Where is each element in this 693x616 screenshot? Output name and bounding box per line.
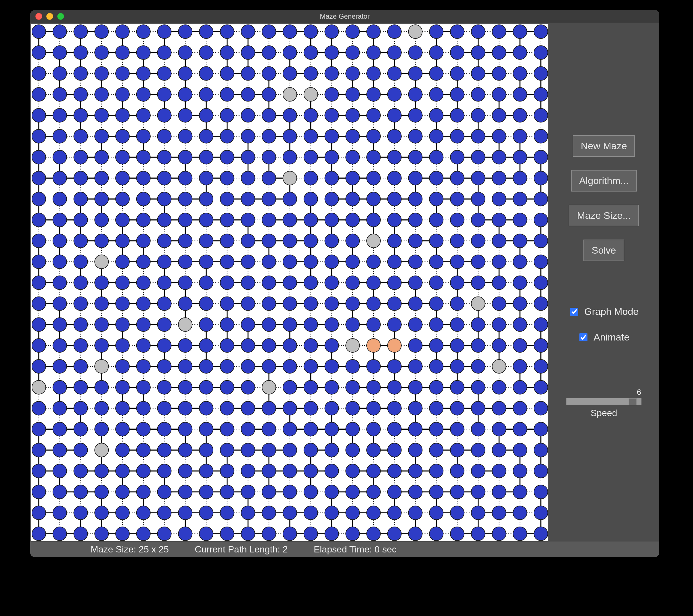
svg-point-1379	[116, 171, 130, 185]
svg-point-1793	[408, 506, 422, 520]
svg-point-1303	[95, 108, 108, 122]
svg-point-1738	[304, 464, 318, 478]
svg-point-1288	[304, 87, 318, 101]
svg-point-1563	[304, 317, 318, 331]
svg-point-1812	[283, 527, 297, 541]
svg-point-1377	[74, 171, 87, 185]
svg-point-1240	[345, 46, 359, 60]
graph-mode-checkbox[interactable]	[570, 308, 578, 316]
speed-value: 6	[637, 388, 641, 397]
svg-point-1257	[178, 66, 192, 80]
svg-point-1429	[116, 213, 130, 227]
algorithm-button[interactable]: Algorithm...	[571, 170, 637, 192]
svg-point-1570	[450, 317, 464, 331]
svg-point-1394	[429, 171, 443, 185]
solve-button[interactable]: Solve	[583, 240, 624, 261]
maze-size-button[interactable]: Maze Size...	[569, 205, 639, 226]
svg-point-1262	[283, 66, 297, 80]
svg-point-1703	[95, 443, 108, 457]
svg-point-1272	[492, 66, 506, 80]
svg-point-1404	[116, 192, 130, 206]
svg-point-1427	[74, 213, 87, 227]
svg-point-1558	[199, 317, 213, 331]
svg-point-1671	[471, 401, 485, 415]
traffic-lights	[30, 13, 64, 20]
animate-checkbox[interactable]	[579, 333, 588, 341]
svg-point-1795	[450, 506, 464, 520]
svg-point-1628	[95, 380, 108, 394]
svg-point-1648	[513, 380, 527, 394]
svg-point-1432	[178, 213, 192, 227]
svg-point-1483	[199, 255, 213, 269]
animate-checkbox-row[interactable]: Animate	[578, 332, 630, 343]
svg-point-1735	[241, 464, 255, 478]
svg-point-1468	[408, 234, 422, 247]
graph-mode-checkbox-row[interactable]: Graph Mode	[569, 306, 639, 317]
svg-point-1215	[345, 25, 359, 39]
svg-point-1784	[220, 506, 234, 520]
svg-point-1344	[429, 130, 443, 143]
svg-point-1802	[74, 527, 87, 541]
svg-point-1214	[325, 25, 338, 39]
svg-point-1540	[345, 297, 359, 311]
svg-point-1629	[116, 380, 130, 394]
zoom-icon[interactable]	[57, 13, 64, 20]
svg-point-1204	[116, 25, 130, 39]
svg-point-1391	[367, 171, 380, 185]
svg-point-1708	[199, 443, 213, 457]
svg-point-1356	[157, 150, 171, 164]
svg-point-1407	[178, 192, 192, 206]
svg-point-1505	[137, 276, 151, 290]
svg-point-1772	[492, 485, 506, 499]
svg-point-1352	[74, 150, 87, 164]
svg-point-1741	[367, 464, 380, 478]
svg-point-1791	[367, 506, 380, 520]
svg-point-1655	[137, 401, 151, 415]
app-window: Maze Generator New Maze Algorithm... Maz…	[30, 10, 659, 557]
status-elapsed-time: Elapsed Time: 0 sec	[314, 544, 397, 555]
svg-point-1607	[178, 359, 192, 373]
svg-point-1218	[408, 25, 422, 39]
svg-point-1457	[178, 234, 192, 247]
svg-point-1667	[388, 401, 401, 415]
svg-point-1347	[492, 130, 506, 143]
close-icon[interactable]	[35, 13, 42, 20]
svg-point-1207	[178, 25, 192, 39]
svg-point-1387	[283, 171, 297, 185]
svg-point-1583	[199, 338, 213, 352]
svg-point-1278	[95, 87, 108, 101]
svg-point-1453	[95, 234, 108, 247]
svg-point-1633	[199, 380, 213, 394]
svg-point-1650	[32, 401, 46, 415]
minimize-icon[interactable]	[46, 13, 53, 20]
svg-point-1678	[95, 422, 108, 436]
svg-point-1465	[345, 234, 359, 247]
speed-label: Speed	[591, 408, 617, 418]
svg-point-1641	[367, 380, 380, 394]
svg-point-1579	[116, 338, 130, 352]
svg-point-1340	[345, 130, 359, 143]
svg-point-1412	[283, 192, 297, 206]
svg-point-1339	[325, 130, 338, 143]
svg-point-1256	[157, 66, 171, 80]
svg-point-1382	[178, 171, 192, 185]
svg-point-1492	[388, 255, 401, 269]
svg-point-1355	[137, 150, 151, 164]
speed-slider[interactable]	[566, 398, 641, 405]
svg-point-1402	[74, 192, 87, 206]
svg-point-1774	[534, 485, 548, 499]
svg-point-1372	[492, 150, 506, 164]
svg-point-1389	[325, 171, 338, 185]
svg-point-1723	[513, 443, 527, 457]
svg-point-1489	[325, 255, 338, 269]
speed-slider-thumb[interactable]	[629, 398, 637, 405]
svg-point-1776	[53, 506, 67, 520]
new-maze-button[interactable]: New Maze	[573, 135, 635, 157]
svg-point-1626	[53, 380, 67, 394]
svg-point-1249	[534, 46, 548, 60]
svg-point-1421	[471, 192, 485, 206]
svg-point-1409	[220, 192, 234, 206]
svg-point-1365	[345, 150, 359, 164]
svg-point-1810	[241, 527, 255, 541]
svg-point-1507	[178, 276, 192, 290]
